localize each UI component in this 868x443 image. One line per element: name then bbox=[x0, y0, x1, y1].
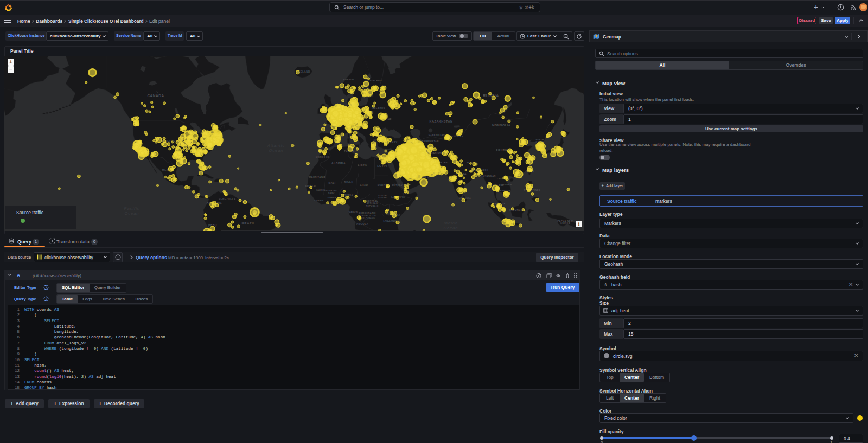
svg-text:UZBEKISTAN: UZBEKISTAN bbox=[429, 133, 445, 136]
svg-text:GABON: GABON bbox=[349, 211, 358, 213]
svg-text:Indian: Indian bbox=[444, 221, 458, 226]
svg-text:THE CONGO: THE CONGO bbox=[360, 217, 375, 220]
svg-text:MAURITANIA: MAURITANIA bbox=[309, 176, 326, 178]
svg-text:MONGOLIA: MONGOLIA bbox=[492, 124, 510, 127]
svg-text:LIBERIA: LIBERIA bbox=[314, 200, 324, 202]
svg-text:EGYPT: EGYPT bbox=[377, 164, 387, 168]
svg-text:BRAZIL: BRAZIL bbox=[242, 222, 256, 225]
svg-text:LIBYA: LIBYA bbox=[358, 163, 367, 166]
svg-text:AFRICAN: AFRICAN bbox=[367, 202, 378, 204]
svg-text:CANADA: CANADA bbox=[147, 94, 164, 98]
svg-text:MALI: MALI bbox=[329, 182, 336, 184]
svg-text:Ocean: Ocean bbox=[269, 148, 283, 153]
svg-text:VIETNAM: VIETNAM bbox=[501, 184, 512, 186]
svg-text:Ocean: Ocean bbox=[124, 211, 139, 216]
svg-text:FASO: FASO bbox=[328, 192, 335, 194]
svg-text:Pacific: Pacific bbox=[124, 206, 139, 211]
svg-text:TANZANIA: TANZANIA bbox=[383, 220, 398, 222]
svg-text:ANGOLA: ANGOLA bbox=[356, 223, 369, 226]
svg-text:NIGER: NIGER bbox=[344, 181, 354, 183]
svg-text:REPUBLIC: REPUBLIC bbox=[366, 205, 378, 207]
svg-text:CHINA: CHINA bbox=[496, 148, 508, 152]
svg-text:Ocean: Ocean bbox=[443, 226, 458, 230]
svg-text:ERITREA: ERITREA bbox=[392, 184, 402, 187]
svg-text:MOROCCO: MOROCCO bbox=[316, 156, 330, 158]
svg-text:MYANMAR: MYANMAR bbox=[483, 175, 496, 177]
svg-text:NORWAY: NORWAY bbox=[343, 78, 354, 81]
svg-text:FINLAND: FINLAND bbox=[370, 79, 382, 82]
svg-text:GHANA: GHANA bbox=[328, 197, 336, 199]
svg-text:ALGERIA: ALGERIA bbox=[331, 162, 346, 165]
svg-text:GUINEA: GUINEA bbox=[316, 189, 326, 191]
svg-text:SUDAN: SUDAN bbox=[378, 197, 387, 199]
svg-text:KAZAKHSTAN: KAZAKHSTAN bbox=[430, 120, 453, 123]
svg-text:LAOS: LAOS bbox=[497, 178, 503, 180]
svg-text:VENEZUELA: VENEZUELA bbox=[219, 198, 236, 201]
svg-text:Atlantic: Atlantic bbox=[267, 143, 285, 148]
svg-text:CHAD: CHAD bbox=[360, 184, 368, 187]
svg-text:SRI LANKA: SRI LANKA bbox=[459, 197, 471, 200]
svg-text:GUINEA: GUINEA bbox=[560, 222, 571, 224]
